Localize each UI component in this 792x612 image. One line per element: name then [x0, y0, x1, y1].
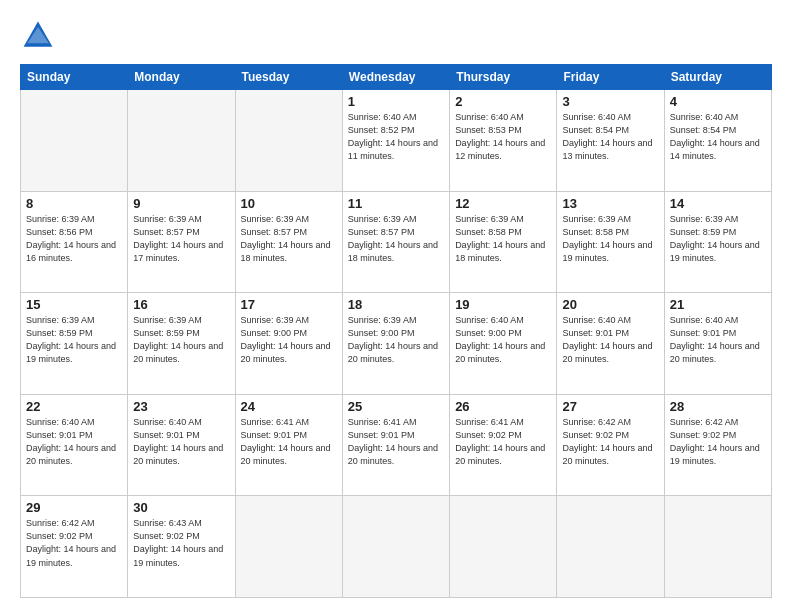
day-number: 16 [133, 297, 229, 312]
day-number: 2 [455, 94, 551, 109]
logo-icon [20, 18, 56, 54]
calendar-cell: 15Sunrise: 6:39 AMSunset: 8:59 PMDayligh… [21, 293, 128, 395]
day-info: Sunrise: 6:41 AMSunset: 9:01 PMDaylight:… [348, 416, 444, 468]
calendar-cell: 27Sunrise: 6:42 AMSunset: 9:02 PMDayligh… [557, 394, 664, 496]
calendar-header-row: SundayMondayTuesdayWednesdayThursdayFrid… [21, 65, 772, 90]
calendar-cell [128, 90, 235, 192]
calendar-week-row: 15Sunrise: 6:39 AMSunset: 8:59 PMDayligh… [21, 293, 772, 395]
day-number: 27 [562, 399, 658, 414]
calendar-week-row: 8Sunrise: 6:39 AMSunset: 8:56 PMDaylight… [21, 191, 772, 293]
calendar-week-row: 29Sunrise: 6:42 AMSunset: 9:02 PMDayligh… [21, 496, 772, 598]
calendar-cell: 21Sunrise: 6:40 AMSunset: 9:01 PMDayligh… [664, 293, 771, 395]
day-number: 3 [562, 94, 658, 109]
day-info: Sunrise: 6:39 AMSunset: 8:58 PMDaylight:… [562, 213, 658, 265]
calendar-cell: 9Sunrise: 6:39 AMSunset: 8:57 PMDaylight… [128, 191, 235, 293]
calendar-cell: 28Sunrise: 6:42 AMSunset: 9:02 PMDayligh… [664, 394, 771, 496]
calendar-cell: 19Sunrise: 6:40 AMSunset: 9:00 PMDayligh… [450, 293, 557, 395]
day-number: 22 [26, 399, 122, 414]
calendar-cell: 25Sunrise: 6:41 AMSunset: 9:01 PMDayligh… [342, 394, 449, 496]
day-number: 30 [133, 500, 229, 515]
calendar-cell [235, 496, 342, 598]
day-header-tuesday: Tuesday [235, 65, 342, 90]
calendar-cell: 3Sunrise: 6:40 AMSunset: 8:54 PMDaylight… [557, 90, 664, 192]
calendar-cell: 13Sunrise: 6:39 AMSunset: 8:58 PMDayligh… [557, 191, 664, 293]
calendar-cell: 22Sunrise: 6:40 AMSunset: 9:01 PMDayligh… [21, 394, 128, 496]
calendar-cell [450, 496, 557, 598]
day-number: 14 [670, 196, 766, 211]
day-info: Sunrise: 6:41 AMSunset: 9:01 PMDaylight:… [241, 416, 337, 468]
day-info: Sunrise: 6:39 AMSunset: 8:59 PMDaylight:… [133, 314, 229, 366]
day-number: 1 [348, 94, 444, 109]
calendar-cell: 30Sunrise: 6:43 AMSunset: 9:02 PMDayligh… [128, 496, 235, 598]
day-info: Sunrise: 6:40 AMSunset: 9:01 PMDaylight:… [670, 314, 766, 366]
calendar-cell [664, 496, 771, 598]
day-number: 20 [562, 297, 658, 312]
day-number: 17 [241, 297, 337, 312]
day-info: Sunrise: 6:39 AMSunset: 8:58 PMDaylight:… [455, 213, 551, 265]
day-number: 12 [455, 196, 551, 211]
calendar-cell: 26Sunrise: 6:41 AMSunset: 9:02 PMDayligh… [450, 394, 557, 496]
calendar-cell [342, 496, 449, 598]
day-number: 9 [133, 196, 229, 211]
day-number: 19 [455, 297, 551, 312]
day-info: Sunrise: 6:40 AMSunset: 9:01 PMDaylight:… [562, 314, 658, 366]
logo [20, 18, 60, 54]
day-number: 24 [241, 399, 337, 414]
page: SundayMondayTuesdayWednesdayThursdayFrid… [0, 0, 792, 612]
day-info: Sunrise: 6:42 AMSunset: 9:02 PMDaylight:… [26, 517, 122, 569]
calendar-cell: 12Sunrise: 6:39 AMSunset: 8:58 PMDayligh… [450, 191, 557, 293]
day-info: Sunrise: 6:42 AMSunset: 9:02 PMDaylight:… [562, 416, 658, 468]
calendar-cell: 20Sunrise: 6:40 AMSunset: 9:01 PMDayligh… [557, 293, 664, 395]
day-number: 25 [348, 399, 444, 414]
day-number: 11 [348, 196, 444, 211]
day-info: Sunrise: 6:42 AMSunset: 9:02 PMDaylight:… [670, 416, 766, 468]
calendar-cell: 18Sunrise: 6:39 AMSunset: 9:00 PMDayligh… [342, 293, 449, 395]
day-number: 8 [26, 196, 122, 211]
day-number: 18 [348, 297, 444, 312]
calendar-cell [235, 90, 342, 192]
calendar-cell: 10Sunrise: 6:39 AMSunset: 8:57 PMDayligh… [235, 191, 342, 293]
day-info: Sunrise: 6:40 AMSunset: 8:52 PMDaylight:… [348, 111, 444, 163]
day-info: Sunrise: 6:39 AMSunset: 8:59 PMDaylight:… [26, 314, 122, 366]
day-number: 23 [133, 399, 229, 414]
calendar-cell: 24Sunrise: 6:41 AMSunset: 9:01 PMDayligh… [235, 394, 342, 496]
day-header-wednesday: Wednesday [342, 65, 449, 90]
calendar-cell: 4Sunrise: 6:40 AMSunset: 8:54 PMDaylight… [664, 90, 771, 192]
calendar-cell [21, 90, 128, 192]
calendar-cell: 29Sunrise: 6:42 AMSunset: 9:02 PMDayligh… [21, 496, 128, 598]
day-number: 26 [455, 399, 551, 414]
calendar-cell [557, 496, 664, 598]
day-info: Sunrise: 6:39 AMSunset: 8:57 PMDaylight:… [348, 213, 444, 265]
calendar-cell: 1Sunrise: 6:40 AMSunset: 8:52 PMDaylight… [342, 90, 449, 192]
day-info: Sunrise: 6:40 AMSunset: 9:01 PMDaylight:… [26, 416, 122, 468]
day-header-saturday: Saturday [664, 65, 771, 90]
day-info: Sunrise: 6:39 AMSunset: 8:57 PMDaylight:… [241, 213, 337, 265]
calendar-cell: 8Sunrise: 6:39 AMSunset: 8:56 PMDaylight… [21, 191, 128, 293]
day-info: Sunrise: 6:40 AMSunset: 9:00 PMDaylight:… [455, 314, 551, 366]
calendar-cell: 2Sunrise: 6:40 AMSunset: 8:53 PMDaylight… [450, 90, 557, 192]
calendar-cell: 16Sunrise: 6:39 AMSunset: 8:59 PMDayligh… [128, 293, 235, 395]
day-header-friday: Friday [557, 65, 664, 90]
day-number: 21 [670, 297, 766, 312]
day-info: Sunrise: 6:39 AMSunset: 9:00 PMDaylight:… [348, 314, 444, 366]
calendar-cell: 14Sunrise: 6:39 AMSunset: 8:59 PMDayligh… [664, 191, 771, 293]
header [20, 18, 772, 54]
calendar-cell: 17Sunrise: 6:39 AMSunset: 9:00 PMDayligh… [235, 293, 342, 395]
day-header-thursday: Thursday [450, 65, 557, 90]
day-header-sunday: Sunday [21, 65, 128, 90]
day-header-monday: Monday [128, 65, 235, 90]
calendar-cell: 11Sunrise: 6:39 AMSunset: 8:57 PMDayligh… [342, 191, 449, 293]
day-number: 13 [562, 196, 658, 211]
day-info: Sunrise: 6:40 AMSunset: 8:54 PMDaylight:… [670, 111, 766, 163]
calendar-week-row: 1Sunrise: 6:40 AMSunset: 8:52 PMDaylight… [21, 90, 772, 192]
day-info: Sunrise: 6:39 AMSunset: 8:56 PMDaylight:… [26, 213, 122, 265]
day-info: Sunrise: 6:39 AMSunset: 8:57 PMDaylight:… [133, 213, 229, 265]
day-info: Sunrise: 6:40 AMSunset: 9:01 PMDaylight:… [133, 416, 229, 468]
day-number: 10 [241, 196, 337, 211]
calendar-table: SundayMondayTuesdayWednesdayThursdayFrid… [20, 64, 772, 598]
day-number: 29 [26, 500, 122, 515]
calendar-week-row: 22Sunrise: 6:40 AMSunset: 9:01 PMDayligh… [21, 394, 772, 496]
day-info: Sunrise: 6:39 AMSunset: 8:59 PMDaylight:… [670, 213, 766, 265]
day-info: Sunrise: 6:40 AMSunset: 8:54 PMDaylight:… [562, 111, 658, 163]
day-info: Sunrise: 6:41 AMSunset: 9:02 PMDaylight:… [455, 416, 551, 468]
